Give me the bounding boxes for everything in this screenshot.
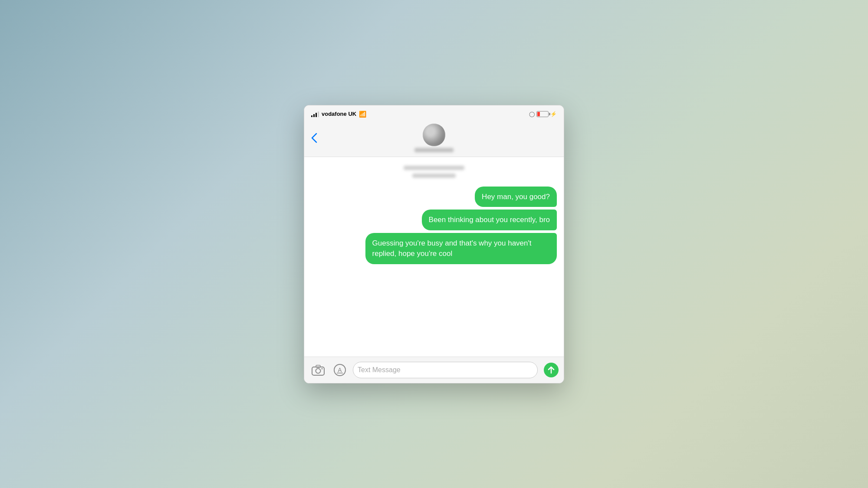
signal-bar-1 — [311, 115, 312, 117]
contact-header — [414, 124, 454, 152]
battery-fill — [537, 112, 540, 116]
signal-bar-3 — [316, 113, 317, 117]
status-left: vodafone UK 📶 — [311, 111, 366, 118]
signal-bars-icon — [311, 111, 319, 117]
avatar-image-blurred — [423, 124, 445, 146]
timestamp-bar-1 — [404, 166, 464, 170]
signal-bar-4 — [318, 111, 319, 117]
input-bar: A Text Message — [304, 357, 564, 383]
carrier-name: vodafone UK — [322, 111, 356, 117]
message-input-placeholder: Text Message — [358, 366, 533, 374]
wifi-icon: 📶 — [359, 111, 366, 118]
messages-area: Hey man, you good? Been thinking about y… — [304, 157, 564, 357]
send-button[interactable] — [544, 363, 559, 377]
message-bubble-2: Been thinking about you recently, bro — [422, 210, 557, 230]
location-icon: ◯ — [529, 111, 535, 117]
svg-point-1 — [316, 368, 321, 373]
svg-text:A: A — [338, 367, 342, 373]
avatar — [423, 124, 445, 146]
send-arrow-icon — [547, 366, 555, 374]
battery-indicator — [536, 111, 549, 117]
message-input-wrapper[interactable]: Text Message — [353, 362, 538, 378]
messages-list: Hey man, you good? Been thinking about y… — [311, 187, 557, 264]
status-right: ◯ ⚡ — [529, 111, 557, 117]
nav-bar — [304, 121, 564, 157]
timestamp-bar-2 — [412, 174, 456, 178]
timestamp-blurred — [311, 166, 557, 178]
camera-button[interactable] — [309, 361, 327, 379]
battery-icon — [536, 111, 549, 117]
status-bar: vodafone UK 📶 ◯ ⚡ — [304, 105, 564, 121]
phone-frame: vodafone UK 📶 ◯ ⚡ — [304, 105, 564, 383]
message-text-1: Hey man, you good? — [482, 193, 550, 201]
appstore-button[interactable]: A — [331, 361, 349, 379]
appstore-icon: A — [333, 364, 346, 377]
chevron-left-icon — [311, 133, 317, 143]
message-text-3: Guessing you're busy and that's why you … — [372, 239, 532, 258]
svg-rect-2 — [316, 365, 320, 367]
message-bubble-1: Hey man, you good? — [475, 187, 557, 207]
contact-name-blurred — [414, 148, 454, 152]
back-button[interactable] — [311, 133, 317, 143]
signal-bar-2 — [313, 114, 315, 117]
svg-point-3 — [322, 368, 323, 369]
message-bubble-3: Guessing you're busy and that's why you … — [365, 233, 557, 264]
message-text-2: Been thinking about you recently, bro — [429, 216, 550, 224]
camera-icon — [312, 364, 325, 376]
charging-icon: ⚡ — [550, 111, 557, 117]
